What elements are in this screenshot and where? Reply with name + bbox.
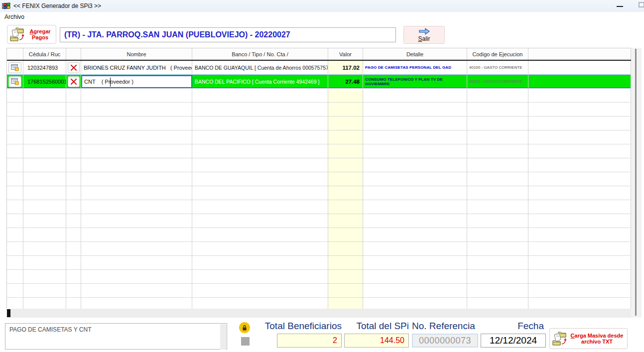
header-delete [66, 48, 81, 60]
lock-indicator[interactable] [239, 322, 250, 333]
row-detail-button[interactable] [8, 62, 21, 73]
header-nombre: Nombre [81, 48, 192, 60]
empty-row [7, 186, 631, 200]
delete-x-icon [70, 79, 77, 85]
empty-row [7, 172, 631, 186]
cell-cedula[interactable]: 1768152560001 [23, 75, 66, 88]
payments-grid: Cédula / Ruc Nombre Banco / Tipo / No. C… [6, 48, 631, 309]
cell-banco[interactable]: BANCO DEL PACIFICO [ Cuenta Corriente 49… [192, 75, 328, 88]
table-row-selected: 1768152560001 CNT ( Proveedor ) BANCO DE… [7, 75, 631, 89]
cell-codigo[interactable]: 40100 - GASTO CORRIENTE [467, 61, 528, 74]
nombre-edit-input[interactable]: CNT ( Proveedor ) [81, 75, 192, 88]
empty-row [7, 298, 631, 309]
vertical-scrollbar[interactable] [631, 48, 642, 318]
menu-archivo[interactable]: Archivo [0, 12, 29, 22]
cell-codigo[interactable]: 40100 - GASTO CORRIENTE [467, 75, 528, 88]
empty-row [7, 284, 631, 298]
window-title: << FENIX Generador de SPi3 >> [13, 2, 101, 9]
horizontal-scrollbar-thumb[interactable] [7, 309, 10, 317]
delete-x-icon [70, 65, 77, 71]
header-detalle: Detalle [363, 48, 467, 60]
entity-name-field[interactable]: (TR) - JTA. PARROQ.SAN JUAN (PUEBLOVIEJO… [60, 27, 396, 42]
minimize-button[interactable] [617, 2, 625, 9]
empty-row [7, 89, 631, 103]
delete-row-button[interactable] [68, 76, 80, 87]
empty-row [7, 117, 631, 130]
empty-row [7, 214, 631, 228]
cell-cedula[interactable]: 1203247893 [23, 61, 66, 74]
grid-empty-rows [7, 89, 631, 309]
total-spi-label: Total del SPi [327, 321, 409, 332]
maximize-button[interactable] [639, 2, 644, 7]
total-beneficiarios-field: 2 [277, 334, 342, 348]
cell-valor[interactable]: 117.02 [328, 61, 363, 74]
salir-label: Salir [418, 35, 430, 42]
fenix-spi3-window: << FENIX Generador de SPi3 >> Archivo Ag… [0, 0, 644, 352]
agregar-pagos-button[interactable]: Agregar Pagos [7, 25, 56, 44]
folder-load-icon [552, 331, 569, 347]
empty-row [7, 242, 631, 256]
row-edit-icon [11, 64, 19, 71]
empty-row [7, 130, 631, 144]
header-cedula: Cédula / Ruc [23, 48, 66, 60]
exit-arrow-icon [418, 28, 431, 35]
agregar-pagos-label: Agregar Pagos [26, 28, 54, 40]
row-detail-button[interactable] [8, 76, 21, 87]
header-rowselector [7, 48, 23, 60]
footer-panel: PAGO DE CAMISETAS Y CNT Total Beneficiar… [0, 319, 644, 352]
horizontal-scrollbar[interactable] [6, 309, 631, 318]
header-codigo: Codigo de Ejecucion [467, 48, 528, 60]
empty-row [7, 228, 631, 242]
menu-bar: Archivo [0, 12, 644, 22]
header-extra [528, 48, 631, 60]
folder-add-icon [9, 26, 26, 42]
header-valor: Valor [328, 48, 363, 60]
row-edit-icon [11, 78, 19, 85]
cell-banco[interactable]: BANCO DE GUAYAQUIL [ Cuenta de Ahorros 0… [192, 61, 328, 74]
cell-extra [528, 75, 631, 88]
total-spi-field: 144.50 [344, 334, 409, 348]
header-banco: Banco / Tipo / No. Cta / [192, 48, 328, 60]
cell-extra [528, 61, 631, 74]
delete-row-button[interactable] [68, 62, 80, 73]
description-textarea[interactable]: PAGO DE CAMISETAS Y CNT [5, 323, 227, 350]
referencia-field: 0000000073 [412, 334, 478, 348]
empty-row [7, 144, 631, 158]
cell-nombre[interactable]: BRIONES CRUZ FANNY JUDITH ( Proveedor ) [81, 61, 192, 74]
empty-row [7, 270, 631, 284]
toolbar: Agregar Pagos (TR) - JTA. PARROQ.SAN JUA… [0, 22, 644, 47]
cell-detalle[interactable]: PAGO DE CAMISETAS PERSONAL DEL GAD [363, 61, 467, 74]
grid-header-row: Cédula / Ruc Nombre Banco / Tipo / No. C… [7, 48, 631, 61]
empty-row [7, 103, 631, 117]
empty-row [7, 158, 631, 172]
status-square[interactable] [241, 337, 250, 346]
app-windows-logo-icon [2, 2, 10, 10]
nombre-edit-value: CNT ( Proveedor ) [84, 79, 133, 85]
fecha-label: Fecha [478, 321, 544, 332]
vertical-scrollbar-thumb[interactable] [635, 49, 637, 316]
lock-icon [242, 325, 248, 331]
cell-valor[interactable]: 27.48 [328, 75, 363, 88]
text-caret [110, 78, 111, 87]
title-bar: << FENIX Generador de SPi3 >> [0, 0, 644, 12]
cell-detalle[interactable]: CONSUMO TELEFONICO Y PLAN TV DE NOVIEMBR… [363, 75, 467, 88]
description-scrollbar[interactable] [220, 324, 226, 350]
carga-masiva-button[interactable]: Carga Masiva desde archivo TXT [549, 328, 628, 349]
referencia-label: No. Referencia [412, 321, 475, 332]
carga-masiva-label: Carga Masiva desde archivo TXT [569, 333, 625, 345]
table-row: 1203247893 BRIONES CRUZ FANNY JUDITH ( P… [7, 61, 631, 75]
salir-button[interactable]: Salir [403, 26, 445, 44]
empty-row [7, 256, 631, 270]
description-value: PAGO DE CAMISETAS Y CNT [9, 326, 91, 333]
fecha-field[interactable]: 12/12/2024 [481, 334, 546, 348]
empty-row [7, 200, 631, 214]
